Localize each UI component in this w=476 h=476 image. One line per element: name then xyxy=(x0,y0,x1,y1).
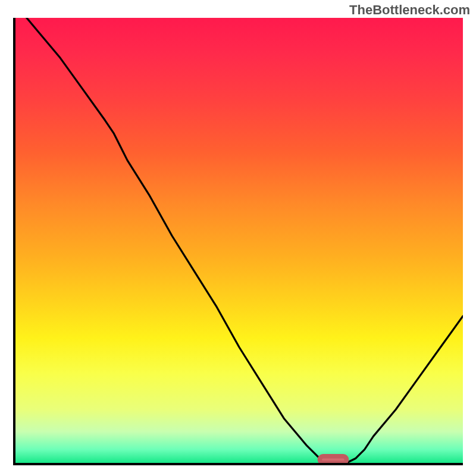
watermark-text: TheBottleneck.com xyxy=(349,2,470,18)
plot-area xyxy=(13,18,463,465)
bottleneck-chart: TheBottleneck.com xyxy=(0,0,476,476)
heat-gradient-background xyxy=(15,18,463,463)
